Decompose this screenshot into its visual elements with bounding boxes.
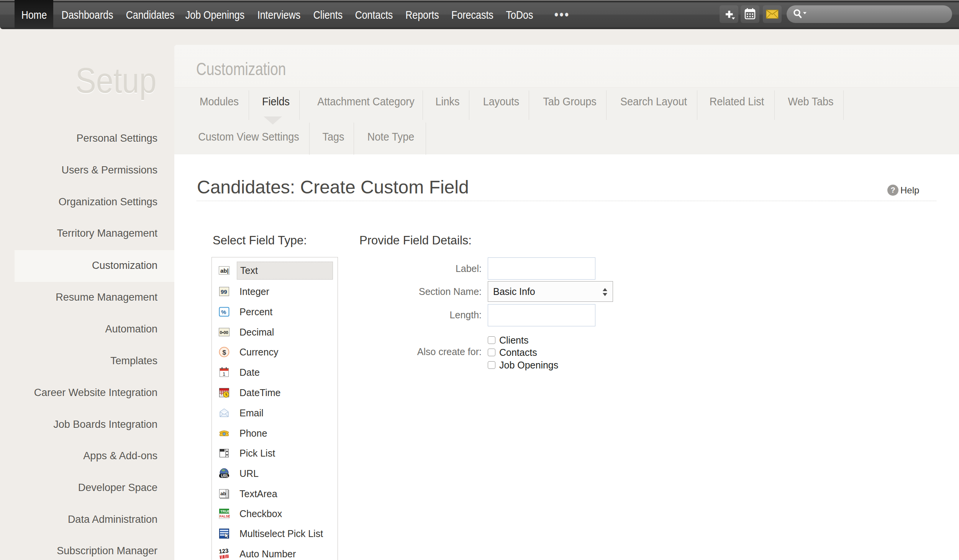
svg-text:ab|: ab| [220, 267, 229, 274]
svg-text:99: 99 [221, 288, 227, 295]
svg-text:ab: ab [220, 491, 226, 496]
svg-text:0•00: 0•00 [220, 330, 228, 335]
svg-text:TRUE: TRUE [220, 509, 230, 513]
svg-text:123: 123 [219, 548, 229, 555]
svg-text:$: $ [223, 349, 226, 356]
svg-text:FALSE: FALSE [220, 514, 230, 518]
svg-text:%: % [221, 309, 226, 315]
svg-text:1: 1 [223, 371, 225, 377]
svg-text:URL: URL [221, 474, 229, 478]
